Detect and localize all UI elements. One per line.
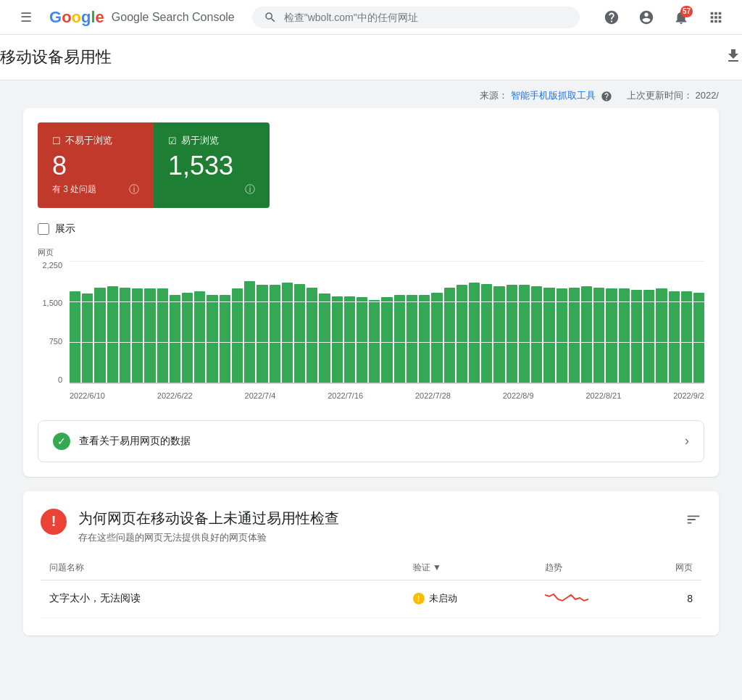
chart-bar[interactable] [394, 295, 405, 383]
hamburger-menu-button[interactable]: ☰ [12, 3, 41, 32]
chart-bar[interactable] [593, 288, 604, 383]
table-row[interactable]: 文字太小，无法阅读 ! 未启动 8 [41, 580, 701, 617]
easy-pages-link[interactable]: ✓ 查看关于易用网页的数据 › [38, 420, 704, 462]
chart-bar[interactable] [282, 283, 293, 383]
x-tick-0: 2022/6/10 [70, 391, 105, 400]
filter-button[interactable] [685, 512, 701, 530]
green-check-circle: ✓ [53, 433, 70, 450]
col-header-trend: 趋势 [536, 556, 635, 580]
chart-bar[interactable] [543, 288, 554, 383]
apps-button[interactable] [701, 3, 730, 32]
issue-verify: ! 未启动 [404, 580, 536, 617]
logo-o1: o [62, 8, 71, 27]
chart-bar[interactable] [344, 296, 355, 383]
x-tick-2: 2022/7/4 [245, 391, 276, 400]
notifications-button[interactable]: 57 [667, 3, 696, 32]
good-status-header: ☑ 易于浏览 [168, 134, 255, 147]
chart-bar[interactable] [493, 286, 504, 383]
chart-bar[interactable] [120, 288, 130, 383]
chart-bar[interactable] [619, 288, 630, 383]
easy-pages-left: ✓ 查看关于易用网页的数据 [53, 433, 191, 450]
chart-bar[interactable] [444, 288, 455, 383]
chart-bar[interactable] [469, 283, 480, 383]
chart-bar[interactable] [107, 286, 118, 383]
error-circle: ! [41, 509, 67, 535]
account-button[interactable] [632, 3, 661, 32]
chart-bar[interactable] [170, 295, 180, 383]
status-boxes: ☐ 不易于浏览 8 有 3 处问题 ⓘ ☑ 易于浏览 1,533 ⓘ [38, 122, 704, 208]
chart-bar[interactable] [431, 293, 442, 383]
chart-bar[interactable] [232, 288, 243, 383]
good-checkbox-icon: ☑ [168, 136, 177, 146]
chart-bar[interactable] [693, 293, 704, 383]
chart-container: 2,250 1,500 750 0 202 [38, 261, 704, 406]
chart-bar[interactable] [244, 281, 255, 383]
chart-bar[interactable] [581, 286, 592, 383]
x-tick-3: 2022/7/16 [328, 391, 363, 400]
x-tick-6: 2022/8/21 [585, 391, 621, 400]
chart-bar[interactable] [307, 288, 317, 383]
chart-bar[interactable] [569, 288, 580, 383]
logo-g: G [49, 8, 62, 27]
chart-bar[interactable] [94, 288, 105, 383]
good-help-icon[interactable]: ⓘ [245, 183, 255, 196]
bad-help-icon[interactable]: ⓘ [129, 183, 139, 196]
chart-bar[interactable] [132, 288, 143, 383]
chart-bar[interactable] [507, 285, 517, 383]
chart-bar[interactable] [332, 296, 343, 383]
chart-bar[interactable] [270, 285, 280, 383]
col-header-pages: 网页 [635, 556, 701, 580]
chart-bar[interactable] [643, 290, 654, 383]
chart-bar[interactable] [257, 285, 267, 383]
header: ☰ Google Google Search Console 57 [0, 0, 742, 35]
chart-bar[interactable] [194, 291, 205, 383]
chart-bar[interactable] [182, 293, 193, 383]
display-checkbox[interactable] [38, 223, 49, 235]
last-updated-value: 2022/ [695, 90, 719, 101]
source-line: 来源： 智能手机版抓取工具 上次更新时间： 2022/ [23, 80, 719, 108]
chart-bar[interactable] [319, 293, 330, 383]
verify-badge: ! 未启动 [413, 592, 457, 605]
search-input[interactable] [284, 12, 568, 23]
source-help-icon[interactable] [601, 91, 612, 102]
logo-icon: Google [49, 8, 104, 27]
chart-bar[interactable] [519, 285, 530, 383]
chart-bar[interactable] [207, 295, 217, 383]
source-link[interactable]: 智能手机版抓取工具 [511, 90, 596, 101]
search-bar[interactable] [252, 7, 580, 28]
chart-bar[interactable] [369, 300, 380, 383]
good-status-box: ☑ 易于浏览 1,533 ⓘ [154, 122, 270, 208]
chart-bar[interactable] [631, 290, 642, 383]
chart-bar[interactable] [70, 291, 80, 383]
chart-bar[interactable] [144, 288, 155, 383]
y-tick-750: 750 [49, 337, 62, 346]
chart-x-axis: 2022/6/10 2022/6/22 2022/7/4 2022/7/16 2… [70, 386, 704, 406]
chart-bar[interactable] [82, 293, 93, 383]
bottom-header: ! 为何网页在移动设备上未通过易用性检查 存在这些问题的网页无法提供良好的网页体… [41, 509, 701, 544]
bottom-title: 为何网页在移动设备上未通过易用性检查 [78, 509, 339, 528]
chart-bar[interactable] [157, 288, 168, 383]
chart-bar[interactable] [531, 286, 542, 383]
chart-bar[interactable] [656, 288, 667, 383]
chart-bar[interactable] [556, 288, 567, 383]
chart-bar[interactable] [606, 288, 617, 383]
chart-bar[interactable] [220, 295, 230, 383]
chart-bar[interactable] [407, 295, 417, 383]
chart-bar[interactable] [457, 285, 467, 383]
chart-bar[interactable] [357, 297, 367, 383]
chart-bar[interactable] [681, 291, 692, 383]
download-button[interactable] [725, 47, 742, 68]
content-wrapper: 来源： 智能手机版抓取工具 上次更新时间： 2022/ ☐ 不易于浏览 8 有 … [0, 80, 742, 659]
col-header-verify[interactable]: 验证 ▼ [404, 556, 536, 580]
x-tick-7: 2022/9/2 [673, 391, 704, 400]
chart-bar[interactable] [294, 284, 305, 383]
chart-bar[interactable] [381, 297, 392, 383]
chart-bar[interactable] [481, 284, 492, 383]
checkbox-row: 展示 [38, 222, 704, 236]
chart-bar[interactable] [669, 291, 680, 383]
checkbox-label[interactable]: 展示 [55, 222, 75, 236]
verify-dot: ! [413, 593, 425, 604]
help-button[interactable] [597, 3, 626, 32]
chart-bar[interactable] [419, 295, 430, 383]
sort-icon: ▼ [433, 562, 441, 572]
